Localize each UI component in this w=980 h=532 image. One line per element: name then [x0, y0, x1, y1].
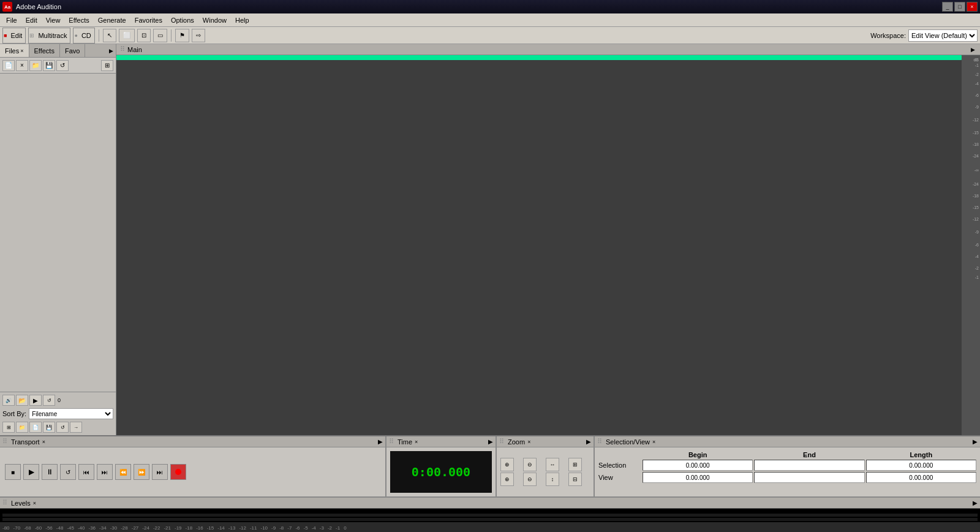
panel-folder-btn[interactable]: 📁 — [29, 60, 42, 71]
panel-refresh-btn[interactable]: ↺ — [56, 60, 69, 71]
workspace-select[interactable]: Edit View (Default) — [908, 29, 978, 42]
transport-close[interactable]: × — [42, 439, 45, 445]
zoom-in-h-btn[interactable]: ⊕ — [500, 458, 514, 471]
ffwd-btn[interactable]: ⏩ — [134, 464, 149, 480]
panel-arrow-btn[interactable]: ▶ — [29, 395, 42, 406]
tab-favorites[interactable]: Favo — [60, 44, 85, 57]
close-button[interactable]: × — [967, 2, 978, 12]
toolbar-edit-btn[interactable]: Edit — [8, 29, 24, 42]
col-end: End — [754, 451, 864, 458]
panel-controls: 🔊 📂 ▶ ↺ 0 — [2, 395, 113, 406]
panel-new-btn[interactable]: 📄 — [2, 60, 15, 71]
toolbar-multitrack-btn[interactable]: Multitrack — [36, 29, 69, 42]
panel-action1[interactable]: ⊞ — [2, 422, 15, 433]
selection-panel: ⠿ Selection/View × ▶ Begin End Length Se… — [595, 436, 980, 496]
zoom-controls: ⊕ ⊖ ↔ ⊞ ⊕ ⊖ ↕ ⊟ — [497, 447, 594, 496]
transport-menu[interactable]: ▶ — [378, 438, 383, 445]
panel-view-btn[interactable]: ⊞ — [101, 60, 113, 71]
selection-header: ⠿ Selection/View × ▶ — [595, 436, 980, 447]
zoom-out-h-btn[interactable]: ⊖ — [523, 458, 537, 471]
toolbar-cd-btn[interactable]: CD — [79, 29, 94, 42]
toolbar-tool2[interactable]: ⬜ — [119, 29, 135, 42]
prev-btn[interactable]: ⏭ — [97, 464, 113, 480]
view-end-input[interactable] — [754, 472, 864, 483]
waveform-container[interactable]: dB -1 -2 -4 -6 -9 -12 -15 -18 -24 -∞ -24… — [116, 55, 980, 435]
zoom-out-v-btn[interactable]: ⊖ — [523, 473, 537, 486]
transport-controls: ■ ▶ ⏸ ↺ ⏮ ⏭ ⏪ ⏩ ⏭ — [0, 447, 385, 496]
panel-save-btn[interactable]: 💾 — [43, 60, 55, 71]
stop-btn[interactable]: ■ — [5, 464, 21, 480]
panel-action6[interactable]: → — [70, 422, 82, 433]
menu-help[interactable]: Help — [232, 15, 253, 25]
panel-action3[interactable]: 📄 — [29, 422, 42, 433]
toolbar-tool6[interactable]: ⇨ — [192, 29, 205, 42]
zoom-sel-v-btn[interactable]: ⊟ — [568, 473, 582, 486]
menu-favorites[interactable]: Favorites — [131, 15, 166, 25]
panel-action4[interactable]: 💾 — [43, 422, 55, 433]
view-begin-input[interactable] — [643, 472, 753, 483]
panel-close-btn[interactable]: × — [16, 60, 28, 71]
sort-label: Sort By: — [2, 410, 26, 417]
tab-files-close[interactable]: × — [20, 48, 23, 54]
toolbar-tool5[interactable]: ⚑ — [175, 29, 189, 42]
panel-action-btns: ⊞ 📁 📄 💾 ↺ → — [2, 422, 113, 433]
time-close[interactable]: × — [415, 439, 418, 445]
main-label: ⠿ Main ▶ — [116, 44, 980, 55]
selection-close[interactable]: × — [652, 439, 655, 445]
zoom-close[interactable]: × — [527, 439, 530, 445]
minimize-button[interactable]: _ — [942, 2, 953, 12]
return-btn[interactable]: ⏮ — [78, 464, 94, 480]
panel-content — [0, 74, 116, 392]
menu-effects[interactable]: Effects — [65, 15, 92, 25]
panel-play-btn[interactable]: 📂 — [16, 395, 28, 406]
time-menu[interactable]: ▶ — [488, 438, 493, 445]
menu-generate[interactable]: Generate — [94, 15, 130, 25]
zoom-in-v-btn[interactable]: ⊕ — [500, 473, 514, 486]
time-panel: ⠿ Time × ▶ 0:00.000 — [386, 436, 497, 496]
toolbar-tool3[interactable]: ⊡ — [137, 29, 151, 42]
loop-btn[interactable]: ↺ — [60, 464, 76, 480]
selection-end-input[interactable] — [754, 460, 864, 471]
menu-edit[interactable]: Edit — [22, 15, 41, 25]
panel-loop-btn[interactable]: ↺ — [43, 395, 55, 406]
panel-vol-btn[interactable]: 🔊 — [2, 395, 15, 406]
zoom-full-h-btn[interactable]: ↔ — [546, 458, 559, 471]
tab-files[interactable]: Files × — [0, 44, 29, 57]
next-btn[interactable]: ⏭ — [152, 464, 168, 480]
levels-panel: ⠿ Levels × ▶ -80-70-68-60-56 -48-45-40-3… — [0, 496, 980, 532]
levels-header: ⠿ Levels × ▶ — [0, 498, 980, 509]
panel-action2[interactable]: 📁 — [16, 422, 28, 433]
zoom-menu[interactable]: ▶ — [586, 438, 591, 445]
menu-file[interactable]: File — [2, 15, 21, 25]
zoom-full-v-btn[interactable]: ↕ — [546, 473, 559, 486]
menu-view[interactable]: View — [42, 15, 64, 25]
selection-grid: Begin End Length Selection View — [595, 447, 980, 496]
workspace-label: Workspace: — [870, 32, 906, 39]
zoom-label: Zoom — [508, 438, 525, 446]
view-length-input[interactable] — [866, 472, 976, 483]
toolbar-tool4[interactable]: ▭ — [153, 29, 167, 42]
waveform-body[interactable] — [116, 60, 962, 435]
selection-menu[interactable]: ▶ — [973, 438, 978, 445]
levels-close[interactable]: × — [33, 500, 36, 506]
selection-begin-input[interactable] — [643, 460, 753, 471]
levels-menu[interactable]: ▶ — [973, 500, 978, 506]
window-controls[interactable]: _ □ × — [942, 2, 978, 12]
selection-length-input[interactable] — [866, 460, 976, 471]
main-expand-btn[interactable]: ▶ — [969, 46, 976, 53]
menu-options[interactable]: Options — [167, 15, 198, 25]
panel-expand-btn[interactable]: ▶ — [107, 47, 115, 55]
menu-window[interactable]: Window — [199, 15, 230, 25]
rewind-btn[interactable]: ⏪ — [115, 464, 131, 480]
time-label: Time — [398, 438, 412, 446]
toolbar: ■ Edit ⊞ Multitrack ● CD ↖ ⬜ ⊡ ▭ ⚑ ⇨ Wor… — [0, 27, 980, 44]
tab-effects[interactable]: Effects — [29, 44, 60, 57]
maximize-button[interactable]: □ — [954, 2, 965, 12]
record-btn[interactable] — [170, 464, 186, 480]
pause-btn[interactable]: ⏸ — [42, 464, 58, 480]
panel-action5[interactable]: ↺ — [56, 422, 69, 433]
sort-select[interactable]: Filename — [29, 408, 113, 419]
zoom-sel-h-btn[interactable]: ⊞ — [568, 458, 582, 471]
play-btn[interactable]: ▶ — [23, 464, 39, 480]
toolbar-tool1[interactable]: ↖ — [103, 29, 116, 42]
